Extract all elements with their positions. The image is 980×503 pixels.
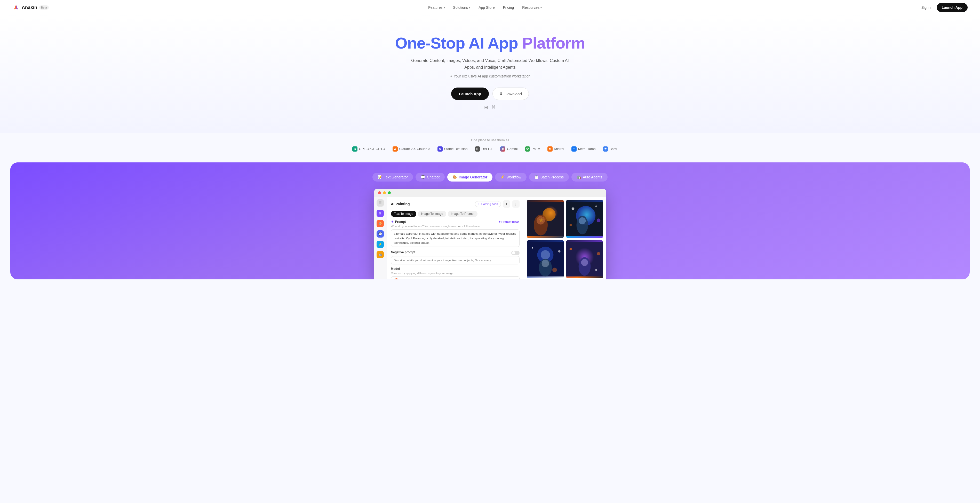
launch-app-button[interactable]: Launch App — [451, 88, 489, 100]
more-logos: ··· — [624, 146, 628, 151]
hero-headline: One-Stop AI App Platform — [5, 34, 975, 52]
windows-icon: ⊞ — [484, 105, 488, 110]
more-options-button[interactable]: ⋮ — [512, 201, 520, 208]
sidebar-icon-menu[interactable]: ☰ — [377, 199, 384, 207]
svg-point-25 — [581, 259, 588, 266]
text-generator-icon: 📝 — [378, 175, 382, 179]
tab-image-generator[interactable]: 🎨 Image Generator — [447, 173, 492, 181]
logo-item-llama: f Meta Llama — [571, 146, 596, 151]
model-select[interactable]: DreamShaper ▾ — [391, 276, 520, 279]
nav-resources[interactable]: Resources ▾ — [522, 5, 542, 10]
neg-prompt-toggle[interactable] — [511, 251, 520, 255]
app-title: AI Painting — [391, 202, 410, 206]
app-ui: ☰ ⊞ 🎨 💬 ⚡ 🤖 AI Painting ✦ Coming soon ⬆ — [374, 197, 606, 279]
subtab-image-to-prompt[interactable]: Image To Prompt — [448, 211, 477, 217]
hero-subtext: Generate Content, Images, Videos, and Vo… — [410, 57, 570, 70]
neg-prompt-row: Negative prompt — [391, 250, 520, 255]
prompt-hint: What do you want to see? You can use a s… — [391, 224, 520, 228]
model-hint: You can try applying different styles to… — [391, 272, 520, 275]
logos-bar: One place to use them all G GPT-3.5 & GP… — [0, 133, 980, 160]
astronaut-image-3 — [527, 240, 564, 279]
sidebar-icon-chat[interactable]: 💬 — [377, 230, 384, 237]
hero-exclusive: ✦ Your exclusive AI app customization wo… — [5, 74, 975, 78]
demo-tabs: 📝 Text Generator 💬 Chatbot 🎨 Image Gener… — [18, 173, 962, 181]
subtab-text-to-image[interactable]: Text To Image — [391, 211, 416, 217]
browser-maximize-dot — [388, 191, 391, 194]
subtab-image-to-image[interactable]: Image To Image — [418, 211, 446, 217]
tab-batch-process[interactable]: 📋 Batch Process — [529, 173, 569, 181]
workflow-icon: ⚡ — [500, 175, 504, 179]
logo-item-bard: ★ Bard — [603, 146, 617, 151]
hero-section: One-Stop AI App Platform Generate Conten… — [0, 15, 980, 133]
gpt-icon: G — [352, 146, 358, 151]
gemini-label: Gemini — [507, 147, 517, 151]
svg-point-28 — [595, 269, 597, 271]
astronaut-image-1: ★ — [527, 200, 564, 238]
tab-workflow[interactable]: ⚡ Workflow — [495, 173, 526, 181]
chevron-down-icon: ▾ — [444, 6, 445, 9]
logo-item-dalle: D DALL·E — [475, 146, 493, 151]
chevron-down-icon: ▾ — [469, 6, 470, 9]
model-label: Model — [391, 267, 520, 271]
svg-point-13 — [570, 224, 572, 226]
chevron-down-icon: ▾ — [541, 6, 542, 9]
nav-solutions[interactable]: Solutions ▾ — [453, 5, 471, 10]
app-main-content: AI Painting ✦ Coming soon ⬆ ⋮ Text To Im… — [387, 197, 524, 279]
neg-prompt-input[interactable] — [391, 256, 520, 264]
sub-tabs: Text To Image Image To Image Image To Pr… — [391, 211, 520, 217]
launch-app-nav-button[interactable]: Launch App — [937, 3, 967, 12]
os-icons: ⊞ ⌘ — [5, 105, 975, 110]
beta-badge: Beta — [39, 5, 49, 10]
browser-mockup: ☰ ⊞ 🎨 💬 ⚡ 🤖 AI Painting ✦ Coming soon ⬆ — [374, 189, 606, 279]
svg-point-27 — [597, 252, 600, 256]
svg-point-16 — [541, 250, 550, 259]
logos-bar-title: One place to use them all — [5, 138, 975, 142]
download-button[interactable]: ⬇ Download — [492, 88, 529, 100]
signin-button[interactable]: Sign in — [921, 5, 932, 10]
logo-item-sd: S Stable Diffusion — [438, 146, 468, 151]
astronaut-image-4 — [566, 240, 603, 279]
sidebar-icon-agents[interactable]: 🤖 — [377, 251, 384, 258]
logos-list: G GPT-3.5 & GPT-4 A Claude 2 & Claude 3 … — [5, 146, 975, 151]
image-grid: ★ — [524, 197, 606, 279]
nav-appstore[interactable]: App Store — [479, 5, 495, 10]
svg-point-21 — [552, 268, 557, 272]
sd-icon: S — [438, 146, 443, 151]
share-button[interactable]: ⬆ — [503, 201, 510, 208]
claude-icon: A — [393, 146, 398, 151]
auto-agents-icon: 🤖 — [577, 175, 581, 179]
chatbot-icon: 💬 — [421, 175, 425, 179]
sidebar-icon-image[interactable]: 🎨 — [377, 220, 384, 227]
gemini-icon: ◈ — [500, 146, 505, 151]
neg-prompt-label: Negative prompt — [391, 250, 415, 254]
svg-text:★: ★ — [538, 216, 544, 224]
prompt-textarea[interactable]: a female astronaut in space with headpho… — [391, 229, 520, 247]
mistral-icon: M — [547, 146, 553, 151]
svg-point-10 — [571, 207, 574, 210]
demo-section: 📝 Text Generator 💬 Chatbot 🎨 Image Gener… — [10, 162, 970, 279]
svg-point-18 — [541, 260, 549, 267]
nav-features[interactable]: Features ▾ — [428, 5, 445, 10]
app-header-row: AI Painting ✦ Coming soon ⬆ ⋮ — [391, 201, 520, 208]
prompt-ideas-link[interactable]: ✦ Prompt Ideas — [498, 220, 520, 224]
claude-label: Claude 2 & Claude 3 — [399, 147, 430, 151]
headline-blue: One-Stop AI App — [395, 34, 518, 52]
llama-icon: f — [571, 146, 577, 151]
sd-label: Stable Diffusion — [444, 147, 468, 151]
tab-text-generator[interactable]: 📝 Text Generator — [372, 173, 413, 181]
apple-icon: ⌘ — [491, 105, 496, 110]
tab-chatbot[interactable]: 💬 Chatbot — [415, 173, 445, 181]
nav-pricing[interactable]: Pricing — [503, 5, 514, 10]
generated-image-1: ★ — [527, 200, 564, 238]
model-avatar — [394, 279, 399, 279]
svg-point-26 — [570, 248, 572, 250]
sidebar-icon-workflow[interactable]: ⚡ — [377, 240, 384, 248]
logo[interactable]: Anakin Beta — [13, 4, 49, 11]
generated-image-4 — [566, 240, 603, 279]
sidebar-icon-apps[interactable]: ⊞ — [377, 210, 384, 217]
svg-point-9 — [579, 217, 585, 224]
bard-icon: ★ — [603, 146, 608, 151]
tab-auto-agents[interactable]: 🤖 Auto Agents — [571, 173, 608, 181]
logo-item-palm: ✿ PaLM — [525, 146, 541, 151]
logo-text: Anakin — [22, 5, 37, 10]
